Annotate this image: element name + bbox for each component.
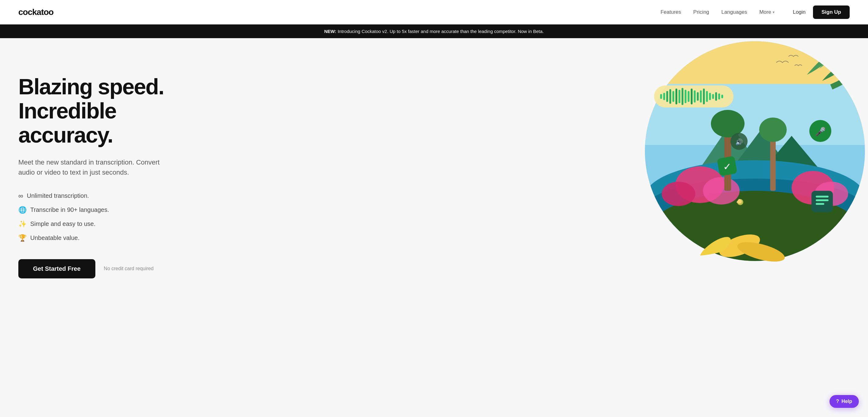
globe-icon: 🌐 [18, 206, 27, 214]
nav-link-pricing[interactable]: Pricing [693, 9, 709, 15]
svg-point-12 [662, 182, 695, 206]
nav-item-languages[interactable]: Languages [721, 9, 747, 15]
nav-item-more[interactable]: More ▾ [759, 9, 774, 15]
svg-point-11 [703, 177, 740, 205]
svg-rect-16 [770, 136, 776, 191]
svg-rect-59 [691, 89, 692, 104]
hero-content: Blazing speed. Incredible accuracy. Meet… [18, 63, 196, 278]
chevron-down-icon: ▾ [773, 10, 774, 14]
hero-cta: Get Started Free No credit card required [18, 259, 196, 278]
nav-item-pricing[interactable]: Pricing [693, 9, 709, 15]
svg-rect-64 [706, 91, 708, 102]
hero-features-list: ∞ Unlimited transcription. 🌐 Transcribe … [18, 192, 196, 242]
svg-rect-49 [660, 94, 662, 99]
feature-unlimited-text: Unlimited transcription. [27, 192, 89, 199]
svg-rect-51 [666, 91, 668, 102]
svg-text:🔊: 🔊 [735, 138, 743, 146]
nav-right: Login Sign Up [793, 5, 850, 19]
svg-rect-62 [700, 90, 702, 103]
svg-rect-79 [816, 203, 824, 205]
svg-rect-58 [688, 91, 689, 102]
nav-link-features[interactable]: Features [660, 9, 681, 15]
svg-rect-78 [816, 199, 829, 201]
svg-point-18 [759, 117, 787, 142]
feature-unlimited: ∞ Unlimited transcription. [18, 192, 196, 200]
announcement-text: Introducing Cockatoo v2. Up to 5x faster… [337, 29, 544, 34]
hero-svg: 🎤 🔊 ✓ [623, 38, 868, 270]
svg-text:✓: ✓ [723, 161, 732, 172]
nav-link-languages[interactable]: Languages [721, 9, 747, 15]
sparkles-icon: ✨ [18, 220, 27, 228]
svg-rect-67 [715, 92, 717, 101]
svg-rect-61 [697, 92, 699, 101]
svg-text:🎤: 🎤 [815, 127, 826, 137]
hero-illustration: 🎤 🔊 ✓ [623, 38, 868, 270]
svg-rect-65 [709, 93, 711, 100]
feature-value-text: Unbeatable value. [30, 235, 80, 241]
trophy-icon: 🏆 [18, 234, 27, 242]
announcement-bold: NEW: [324, 29, 337, 34]
svg-rect-76 [811, 191, 833, 212]
get-started-button[interactable]: Get Started Free [18, 259, 95, 278]
signup-button[interactable]: Sign Up [813, 5, 850, 19]
svg-rect-56 [682, 88, 683, 105]
svg-rect-77 [816, 196, 829, 198]
announcement-bar: NEW: Introducing Cockatoo v2. Up to 5x f… [0, 25, 868, 38]
infinity-icon: ∞ [18, 192, 23, 200]
svg-rect-69 [721, 95, 723, 98]
cta-note: No credit card required [104, 266, 154, 271]
help-button[interactable]: ? Help [830, 395, 859, 408]
help-label: Help [841, 399, 852, 404]
svg-rect-57 [685, 90, 686, 103]
svg-rect-50 [663, 93, 665, 100]
question-icon: ? [836, 399, 839, 404]
hero-title-line2: Incredible accuracy. [18, 99, 116, 147]
svg-rect-68 [718, 94, 720, 100]
nav-item-features[interactable]: Features [660, 9, 681, 15]
feature-simple-text: Simple and easy to use. [30, 220, 95, 228]
feature-languages-text: Transcribe in 90+ languages. [30, 206, 109, 213]
svg-rect-63 [703, 89, 705, 104]
svg-rect-53 [672, 91, 674, 102]
feature-languages: 🌐 Transcribe in 90+ languages. [18, 206, 196, 214]
svg-rect-66 [712, 94, 714, 99]
nav-more-dropdown[interactable]: More ▾ [759, 9, 774, 15]
hero-section: Blazing speed. Incredible accuracy. Meet… [0, 38, 868, 412]
svg-rect-52 [669, 89, 671, 104]
login-button[interactable]: Login [793, 9, 806, 15]
hero-title: Blazing speed. Incredible accuracy. [18, 75, 196, 147]
nav-links: Features Pricing Languages More ▾ [660, 9, 774, 15]
waveform-bubble [654, 85, 734, 107]
feature-value: 🏆 Unbeatable value. [18, 234, 196, 242]
svg-rect-60 [694, 90, 695, 103]
hero-subtitle: Meet the new standard in transcription. … [18, 157, 165, 177]
feature-simple: ✨ Simple and easy to use. [18, 220, 196, 228]
hero-title-line1: Blazing speed. [18, 74, 164, 99]
navigation: cockatoo Features Pricing Languages More… [0, 0, 868, 25]
svg-rect-54 [676, 89, 677, 104]
logo[interactable]: cockatoo [18, 7, 54, 17]
svg-rect-55 [679, 90, 680, 103]
